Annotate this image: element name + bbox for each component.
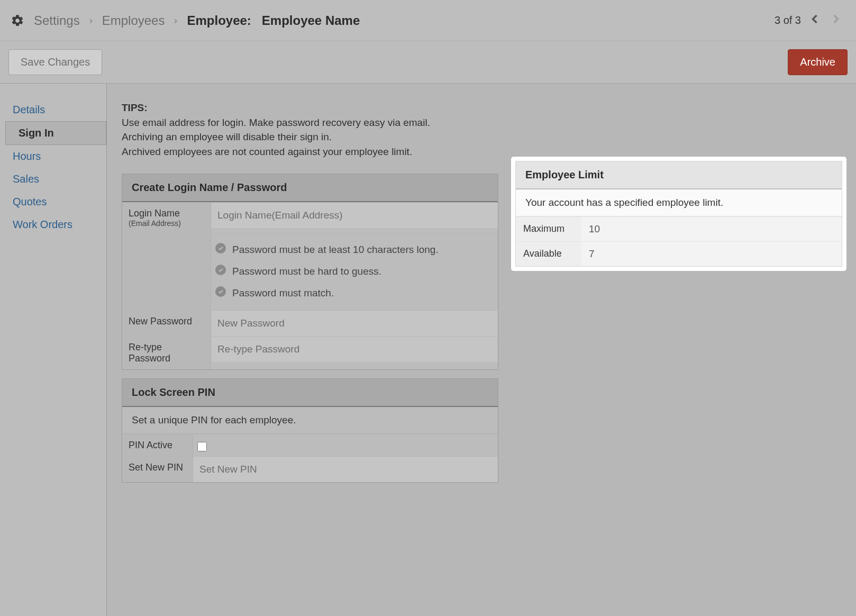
breadcrumb-current-label: Employee: <box>187 13 251 28</box>
archive-button[interactable]: Archive <box>788 49 848 75</box>
password-rules-spacer <box>122 233 211 310</box>
employee-limit-highlight: Employee Limit Your account has a specif… <box>512 158 845 270</box>
right-column: Employee Limit Your account has a specif… <box>512 158 845 270</box>
login-name-sub: (Email Address) <box>129 219 204 228</box>
sidebar-item-sign-in[interactable]: Sign In <box>5 121 106 145</box>
set-pin-input[interactable] <box>193 457 498 482</box>
tips-line-2: Archiving an employee will disable their… <box>122 131 332 142</box>
gear-icon <box>11 14 24 28</box>
employee-limit-avail-value: 7 <box>581 242 842 266</box>
sidebar-item-quotes[interactable]: Quotes <box>0 191 106 213</box>
employee-limit-note: Your account has a specified employee li… <box>516 189 842 216</box>
login-panel-title: Create Login Name / Password <box>122 174 498 202</box>
password-rule-3-text: Password must match. <box>232 287 334 299</box>
breadcrumb: Settings Employees Employee: Employee Na… <box>34 13 775 28</box>
password-rule-3: Password must match. <box>214 282 493 304</box>
pin-panel: Lock Screen PIN Set a unique PIN for eac… <box>122 378 498 483</box>
employee-limit-max-label: Maximum <box>516 217 581 241</box>
pager-prev-button[interactable] <box>807 12 822 29</box>
employee-limit-panel: Employee Limit Your account has a specif… <box>515 161 842 267</box>
check-circle-icon <box>214 264 227 279</box>
check-circle-icon <box>214 242 227 257</box>
tips-line-3: Archived employees are not counted again… <box>122 146 412 157</box>
breadcrumb-settings[interactable]: Settings <box>34 13 80 28</box>
employee-limit-max-value: 10 <box>581 217 842 241</box>
employee-limit-avail-label: Available <box>516 242 581 266</box>
new-password-input[interactable] <box>211 311 498 336</box>
sidebar-item-work-orders[interactable]: Work Orders <box>0 213 106 236</box>
login-name-input[interactable] <box>211 203 498 228</box>
toolbar: Save Changes Archive <box>0 41 856 84</box>
tips-block: TIPS: Use email address for login. Make … <box>122 101 498 159</box>
chevron-right-icon <box>172 13 179 28</box>
password-rule-1-text: Password must be at least 10 characters … <box>232 244 439 256</box>
set-pin-label: Set New PIN <box>122 457 193 482</box>
header-bar: Settings Employees Employee: Employee Na… <box>0 0 856 41</box>
retype-password-label: Re-type Password <box>122 337 211 369</box>
login-name-label: Login Name (Email Address) <box>122 203 211 233</box>
breadcrumb-employees[interactable]: Employees <box>102 13 165 28</box>
check-circle-icon <box>214 285 227 301</box>
new-password-label: New Password <box>122 311 211 336</box>
pin-panel-title: Lock Screen PIN <box>122 379 498 407</box>
chevron-right-icon <box>87 13 95 28</box>
left-column: TIPS: Use email address for login. Make … <box>122 101 498 483</box>
pin-panel-note: Set a unique PIN for each employee. <box>122 407 498 434</box>
sidebar-item-sales[interactable]: Sales <box>0 168 106 191</box>
record-pager: 3 of 3 <box>775 12 843 29</box>
save-changes-button[interactable]: Save Changes <box>8 49 102 75</box>
password-rule-2-text: Password must be hard to guess. <box>232 266 381 277</box>
pager-text: 3 of 3 <box>775 14 801 26</box>
login-name-label-text: Login Name <box>129 208 180 219</box>
sidebar-item-hours[interactable]: Hours <box>0 145 106 168</box>
password-rule-2: Password must be hard to guess. <box>214 260 493 282</box>
login-panel: Create Login Name / Password Login Name … <box>122 174 498 370</box>
sidebar: Details Sign In Hours Sales Quotes Work … <box>0 84 107 616</box>
tips-heading: TIPS: <box>122 102 148 113</box>
pin-active-label: PIN Active <box>122 434 193 456</box>
main-content: TIPS: Use email address for login. Make … <box>107 84 856 616</box>
employee-limit-title: Employee Limit <box>516 161 842 189</box>
sidebar-item-details[interactable]: Details <box>0 98 106 121</box>
tips-line-1: Use email address for login. Make passwo… <box>122 117 430 128</box>
pin-active-checkbox[interactable] <box>197 442 207 451</box>
retype-password-input[interactable] <box>211 337 498 362</box>
password-rules: Password must be at least 10 characters … <box>211 233 498 310</box>
page-body: Details Sign In Hours Sales Quotes Work … <box>0 84 856 616</box>
pager-next-button[interactable] <box>828 12 843 29</box>
password-rule-1: Password must be at least 10 characters … <box>214 239 493 260</box>
breadcrumb-current-value: Employee Name <box>262 13 360 28</box>
